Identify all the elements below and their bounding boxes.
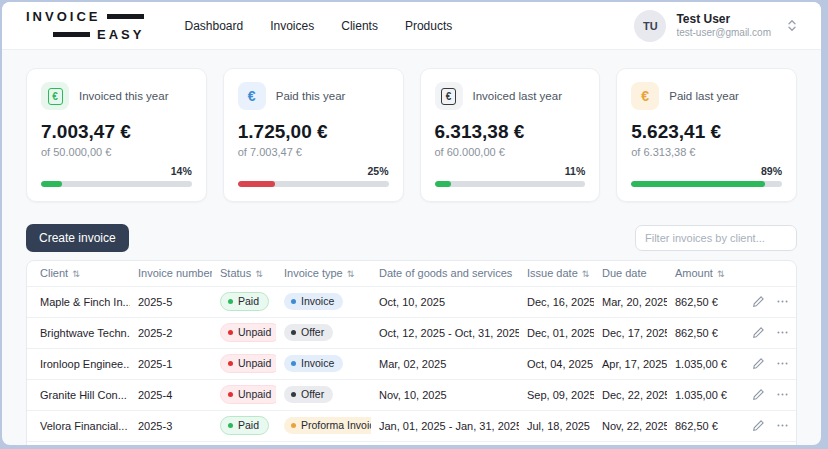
logo-text-line2: EASY [97,27,144,42]
due-date-cell: Dec, 17, 2025 [594,317,667,348]
progress-bar-fill [435,181,452,187]
stat-card-invoiced-last-year: € Invoiced last year 6.313,38 € of 60.00… [420,68,601,202]
status-badge: Unpaid [220,323,276,342]
issue-date-cell: Jun, 21, 2025 [519,441,594,445]
progress-bar [435,181,586,187]
progress-bar-fill [631,181,765,187]
edit-icon[interactable] [752,388,765,401]
logo-text-line1: INVOICE [26,9,100,24]
status-badge: Unpaid [220,354,276,373]
status-dot [228,330,233,335]
amount-cell: 689,97 € [667,441,745,445]
client-cell: Brightwave Techn... [27,317,130,348]
invoices-table: Client⇅ Invoice number⇅ Status⇅ Invoice … [26,260,797,445]
column-header-amount[interactable]: Amount⇅ [667,261,745,286]
invoice-number-cell: 2025-3 [130,410,212,441]
table-row: Velora Financial... 2025-3 Paid Proforma… [27,410,797,441]
more-actions-icon[interactable] [776,357,789,370]
table-row: Brightwave Techn... 2025-2 Unpaid Offer … [27,317,797,348]
due-date-cell: Apr, 17, 2025 [594,348,667,379]
column-header-invoice-number[interactable]: Invoice number⇅ [130,261,212,286]
sort-icon: ⇅ [717,269,725,279]
invoice-number-cell: 2025-1 [130,348,212,379]
stat-card-paid-last-year: € Paid last year 5.623,41 € of 6.313,38 … [616,68,797,202]
table-row: Granite Hill Con... 2025-4 Unpaid Offer … [27,379,797,410]
status-badge: Paid [220,292,269,311]
amount-cell: 862,50 € [667,317,745,348]
nav-item-dashboard[interactable]: Dashboard [184,19,243,33]
more-actions-icon[interactable] [776,419,789,432]
app-window: INVOICE EASY Dashboard Invoices Clients … [2,2,821,445]
column-header-status[interactable]: Status⇅ [212,261,276,286]
main-nav: Dashboard Invoices Clients Products [184,19,452,33]
user-email: test-user@gmail.com [676,27,771,39]
invoice-type-badge: Offer [284,386,333,403]
status-dot [228,392,233,397]
goods-date-cell: Nov, 10, 2025 [371,379,519,410]
avatar: TU [634,10,666,42]
progress-bar [238,181,389,187]
type-dot [291,392,296,397]
amount-cell: 862,50 € [667,410,745,441]
sort-icon: ⇅ [582,269,590,279]
nav-item-invoices[interactable]: Invoices [270,19,314,33]
edit-icon[interactable] [752,295,765,308]
create-invoice-button[interactable]: Create invoice [26,224,129,252]
status-dot [228,361,233,366]
invoice-type-badge: Invoice [284,355,343,372]
edit-icon[interactable] [752,419,765,432]
progress-bar [41,181,192,187]
table-row: Oakridge Solutio... 2025-6 Unpaid Profor… [27,441,797,445]
stat-card-target: of 50.000,00 € [41,146,192,158]
sort-icon: ⇅ [255,269,263,279]
top-navbar: INVOICE EASY Dashboard Invoices Clients … [2,2,821,50]
column-header-issue-date[interactable]: Issue date⇅ [519,261,594,286]
invoice-number-cell: 2025-4 [130,379,212,410]
amount-cell: 1.035,00 € [667,379,745,410]
amount-cell: 1.035,00 € [667,348,745,379]
stat-card-target: of 6.313,38 € [631,146,782,158]
window-frame: INVOICE EASY Dashboard Invoices Clients … [0,0,828,449]
stat-card-percent: 11% [435,165,586,177]
column-header-invoice-type[interactable]: Invoice type⇅ [276,261,371,286]
edit-icon[interactable] [752,357,765,370]
stat-card-amount: 1.725,00 € [238,121,389,143]
filter-invoices-input[interactable] [635,225,797,251]
column-header-actions [745,261,797,286]
more-actions-icon[interactable] [776,388,789,401]
table-row: Maple & Finch In... 2025-5 Paid Invoice … [27,286,797,317]
issue-date-cell: Sep, 09, 2025 [519,379,594,410]
edit-icon[interactable] [752,326,765,339]
status-dot [228,423,233,428]
chevron-up-down-icon [787,19,797,32]
stat-card-target: of 60.000,00 € [435,146,586,158]
due-date-cell: Dec, 22, 2025 [594,379,667,410]
table-header-row: Client⇅ Invoice number⇅ Status⇅ Invoice … [27,261,797,286]
more-actions-icon[interactable] [776,326,789,339]
stat-card-percent: 14% [41,165,192,177]
stat-card-target: of 7.003,47 € [238,146,389,158]
nav-item-products[interactable]: Products [405,19,452,33]
column-header-client[interactable]: Client⇅ [27,261,130,286]
euro-banknote-icon: € [41,82,69,110]
type-dot [291,423,296,428]
column-header-goods-date: Date of goods and services [371,261,519,286]
goods-date-cell: Oct, 10, 2025 [371,286,519,317]
logo-bar-top [107,14,144,19]
stat-card-percent: 89% [631,165,782,177]
nav-item-clients[interactable]: Clients [341,19,378,33]
progress-bar [631,181,782,187]
more-actions-icon[interactable] [776,295,789,308]
euro-icon: € [238,82,266,110]
issue-date-cell: Jul, 18, 2025 [519,410,594,441]
stat-card-label: Paid this year [276,90,346,102]
goods-date-cell: Jan, 01, 2025 - Jan, 31, 2025 [371,410,519,441]
status-badge: Paid [220,416,269,435]
user-menu[interactable]: TU Test User test-user@gmail.com [634,10,797,42]
app-logo[interactable]: INVOICE EASY [26,9,144,42]
stat-card-paid-this-year: € Paid this year 1.725,00 € of 7.003,47 … [223,68,404,202]
issue-date-cell: Dec, 01, 2025 [519,317,594,348]
client-cell: Granite Hill Con... [27,379,130,410]
stat-card-amount: 5.623,41 € [631,121,782,143]
type-dot [291,361,296,366]
